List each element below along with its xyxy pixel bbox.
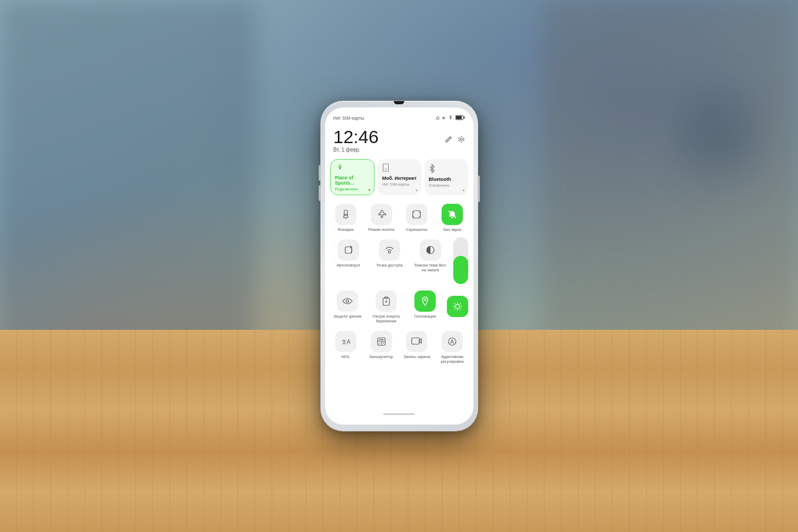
grid-row-2-with-brightness: Автоповорот Точка доступа Темная тема Вк… [325, 235, 473, 286]
adaptive-tile[interactable]: A Адаптивная регулировка [435, 327, 470, 367]
svg-point-3 [460, 138, 462, 140]
bluetooth-tile-arrow: ▸ [463, 188, 465, 193]
ultrasave-label: Ультра энергос бережение [369, 314, 404, 323]
mol-tile[interactable]: 文A MOL [328, 327, 364, 367]
volume-up-button[interactable] [319, 165, 321, 181]
blob-right [670, 53, 766, 213]
top-tiles-row: Place of Sports... Подключено ▸ Моб. Инт… [325, 159, 473, 200]
mol-icon-wrap: 文A [335, 331, 356, 352]
screenshot-tile[interactable]: Скриншоты [399, 200, 435, 235]
battery-icon [455, 115, 465, 121]
brightness-track[interactable] [453, 237, 468, 284]
screenrecord-label: Запись экрана [403, 354, 430, 359]
adaptive-label: Адаптивная регулировка [437, 354, 468, 364]
svg-point-21 [455, 304, 460, 309]
no-signal-icon: ✕ [442, 115, 446, 121]
svg-point-20 [424, 298, 426, 301]
bluetooth-tile[interactable]: Bluetooth Отключено ▸ [425, 159, 468, 195]
mol-label: MOL [342, 354, 350, 359]
home-indicator[interactable] [383, 413, 415, 415]
grid-row-4: 文A MOL ÷+ Калькулятор Запись экрана A [325, 327, 473, 367]
volume-down-button[interactable] [319, 185, 321, 201]
status-icons: ⊙ ✕ [436, 115, 465, 121]
darktheme-label: Темная тема Вкл. на закате [412, 263, 449, 272]
brightness-button[interactable] [447, 296, 468, 317]
screenshot-label: Скриншоты [406, 227, 427, 232]
screenshot-icon-wrap [406, 204, 427, 225]
bluetooth-tile-sub: Отключено [429, 183, 450, 188]
flashlight-icon-wrap [335, 204, 356, 225]
screenrecord-icon-wrap [406, 331, 427, 352]
silent-icon-wrap [442, 204, 463, 225]
eyeprotect-label: Защита зрения [334, 314, 362, 319]
autorotate-label: Автоповорот [337, 263, 360, 268]
wifi-tile-arrow: ▸ [369, 187, 371, 192]
sim-status: Нет SIM-карты [334, 115, 364, 121]
flashlight-label: Фонарик [338, 227, 354, 232]
brightness-icon-wrap[interactable] [445, 286, 470, 327]
adaptive-icon-wrap: A [442, 331, 463, 352]
darktheme-tile[interactable]: Темная тема Вкл. на закате [410, 235, 451, 286]
svg-line-29 [454, 309, 455, 310]
eyeprotect-icon-wrap [337, 290, 358, 312]
mobile-data-tile[interactable]: Моб. Интернет Нет SIM-карты ▸ [378, 159, 421, 195]
svg-line-27 [460, 309, 461, 310]
svg-rect-5 [383, 164, 388, 171]
location-status-icon: ⊙ [436, 115, 440, 121]
svg-rect-37 [412, 338, 419, 344]
mobile-tile-arrow: ▸ [416, 188, 418, 193]
svg-line-26 [454, 303, 455, 304]
svg-text:文A: 文A [342, 339, 351, 345]
wifi-tile-icon [335, 164, 345, 173]
flashlight-tile[interactable]: Фонарик [328, 200, 364, 235]
wifi-tile[interactable]: Place of Sports... Подключено ▸ [330, 159, 375, 195]
svg-rect-2 [456, 116, 462, 119]
clock-time: 12:46 [334, 128, 379, 146]
silent-tile[interactable]: Без звука [435, 200, 470, 235]
calculator-icon-wrap: ÷+ [371, 331, 392, 352]
power-button[interactable] [478, 176, 480, 202]
wifi-status-icon [447, 115, 454, 121]
hotspot-tile[interactable]: Точка доступа [369, 235, 410, 286]
wifi-tile-sub: Подключено [335, 187, 358, 192]
hotspot-icon-wrap [379, 239, 400, 261]
geolocation-tile[interactable]: Геолокация [406, 286, 445, 327]
ultrasave-tile[interactable]: Ультра энергос бережение [367, 286, 406, 327]
clock-right [445, 136, 465, 145]
settings-icon[interactable] [458, 136, 465, 145]
darktheme-icon-wrap [420, 239, 441, 261]
status-bar: Нет SIM-карты ⊙ ✕ [325, 107, 473, 123]
geolocation-icon-wrap [414, 290, 436, 312]
grid-row-1: Фонарик Режим полета Скриншоты Без звука [325, 200, 473, 235]
airplane-tile[interactable]: Режим полета [363, 200, 399, 235]
clock-left: 12:46 Вт, 1 февр. [334, 128, 379, 153]
calculator-label: Калькулятор [370, 354, 393, 359]
calculator-tile[interactable]: ÷+ Калькулятор [363, 327, 399, 367]
brightness-fill [453, 256, 468, 284]
home-indicator-area [325, 367, 473, 425]
edit-icon[interactable] [445, 136, 452, 145]
svg-text:A: A [451, 339, 454, 345]
bluetooth-tile-name: Bluetooth [429, 177, 451, 182]
screenrecord-tile[interactable]: Запись экрана [399, 327, 435, 367]
bluetooth-tile-icon [429, 163, 435, 175]
svg-text:+: + [382, 340, 385, 345]
mobile-tile-name: Моб. Интернет [382, 176, 417, 181]
hotspot-label: Точка доступа [376, 263, 402, 268]
wifi-tile-name: Place of Sports... [335, 176, 370, 186]
ultrasave-icon-wrap [376, 290, 397, 312]
autorotate-icon-wrap [338, 239, 359, 261]
svg-point-4 [459, 137, 464, 142]
clock-date: Вт, 1 февр. [334, 147, 379, 153]
eyeprotect-tile[interactable]: Защита зрения [328, 286, 367, 327]
svg-point-17 [346, 300, 349, 302]
silent-label: Без звука [444, 227, 461, 232]
svg-text:÷: ÷ [378, 342, 380, 345]
notch [394, 101, 404, 104]
autorotate-tile[interactable]: Автоповорот [328, 235, 369, 286]
mobile-tile-sub: Нет SIM-карты [382, 182, 409, 187]
svg-rect-11 [413, 211, 420, 218]
svg-line-28 [460, 303, 461, 304]
svg-point-15 [388, 251, 390, 253]
svg-rect-1 [463, 117, 464, 119]
